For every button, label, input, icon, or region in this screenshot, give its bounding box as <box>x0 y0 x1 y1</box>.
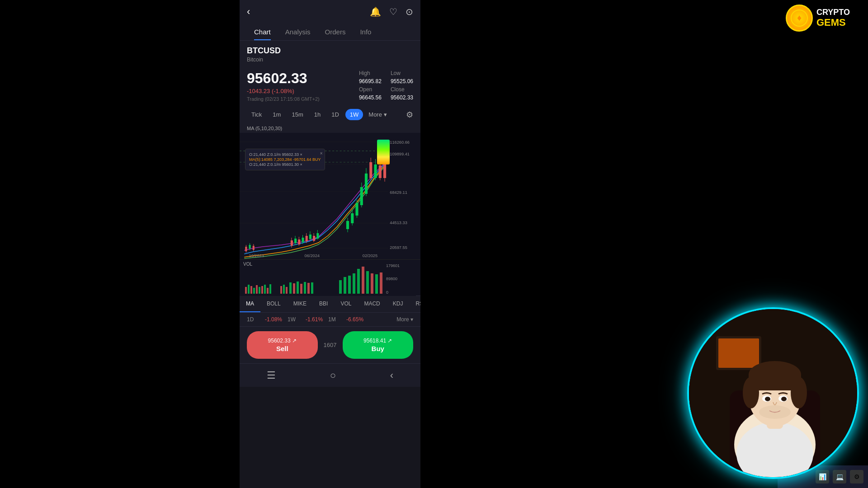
svg-rect-84 <box>371 273 373 294</box>
sell-price: 95602.33 ↗ <box>268 338 297 344</box>
svg-text:116260.66: 116260.66 <box>390 140 410 145</box>
nav-tabs: Chart Analysis Orders Info <box>240 23 420 41</box>
price-change: -1043.23 (-1.08%) <box>247 88 350 94</box>
tooltip-line-2: MA(5):14085 7,203,284 -95701.64 BUY <box>249 157 321 162</box>
sell-label: Sell <box>276 345 288 352</box>
svg-rect-68 <box>283 285 285 294</box>
high-label: High <box>359 70 382 76</box>
svg-rect-81 <box>357 269 360 294</box>
perf-period-1m: 1M <box>328 316 341 323</box>
chart-settings-icon[interactable]: ⚙ <box>406 110 413 120</box>
svg-rect-63 <box>261 286 263 294</box>
favorite-icon[interactable]: ♡ <box>389 6 397 17</box>
share-icon[interactable]: ⊙ <box>406 6 413 17</box>
time-15m[interactable]: 15m <box>287 109 307 120</box>
svg-text:06/2024: 06/2024 <box>305 253 320 258</box>
svg-rect-73 <box>300 284 302 294</box>
svg-rect-18 <box>298 239 300 244</box>
ind-tab-macd[interactable]: MACD <box>358 296 386 312</box>
svg-rect-72 <box>297 282 299 294</box>
perf-value-1m: -6.65% <box>346 316 363 323</box>
svg-text:♦: ♦ <box>797 13 802 23</box>
volume-chart: 179601 89800 0 <box>240 260 416 296</box>
ind-tab-rsi[interactable]: RSI <box>409 296 420 312</box>
svg-rect-58 <box>248 285 250 294</box>
time-1d[interactable]: 1D <box>327 109 344 120</box>
ind-tab-kdj[interactable]: KDJ <box>387 296 410 312</box>
time-1h[interactable]: 1h <box>310 109 325 120</box>
perf-value-1d: -1.08% <box>265 316 282 323</box>
nav-menu-icon[interactable]: ☰ <box>267 370 276 381</box>
ind-tab-vol[interactable]: VOL <box>334 296 358 312</box>
svg-rect-65 <box>267 288 269 294</box>
buy-button[interactable]: 95618.41 ↗ Buy <box>343 331 414 359</box>
tab-analysis[interactable]: Analysis <box>278 23 318 40</box>
svg-point-106 <box>765 397 770 401</box>
svg-text:179601: 179601 <box>386 263 400 268</box>
time-tick[interactable]: Tick <box>247 109 266 120</box>
svg-rect-61 <box>256 285 258 294</box>
svg-rect-79 <box>348 276 351 294</box>
svg-text:68429.11: 68429.11 <box>390 190 407 195</box>
svg-rect-76 <box>311 282 313 294</box>
symbol-description: Bitcoin <box>247 56 413 63</box>
time-more[interactable]: More ▾ <box>365 109 390 120</box>
tooltip-close[interactable]: × <box>320 151 323 156</box>
chart-tooltip: × O:21,440 Z:0.1/m 95602.33 × MA(5):1408… <box>245 149 325 170</box>
sell-button[interactable]: 95602.33 ↗ Sell <box>247 331 318 359</box>
svg-rect-75 <box>307 283 310 294</box>
svg-rect-77 <box>339 280 342 294</box>
logo-emblem: ♦ <box>786 5 813 32</box>
svg-rect-14 <box>291 240 293 246</box>
logo-gem-icon: ♦ <box>790 9 808 27</box>
perf-more[interactable]: More ▾ <box>396 316 413 323</box>
svg-rect-62 <box>259 287 260 294</box>
ma-indicator-label: MA (5,10,20,30) <box>240 124 420 133</box>
svg-point-108 <box>759 405 791 419</box>
spread-value: 1607 <box>322 342 338 348</box>
price-stats: High Low 96695.82 95525.06 Open Close 96… <box>359 70 413 101</box>
symbol-name: BTCUSD <box>247 46 413 56</box>
svg-text:20597.55: 20597.55 <box>390 245 407 250</box>
logo-text: CRYPTO GEMS <box>816 8 850 28</box>
nav-back-icon[interactable]: ‹ <box>390 370 393 381</box>
ind-tab-mike[interactable]: MIKE <box>287 296 313 312</box>
time-1w[interactable]: 1W <box>345 109 363 120</box>
buy-label: Buy <box>372 345 384 352</box>
svg-rect-57 <box>245 287 247 294</box>
svg-rect-69 <box>286 287 288 294</box>
price-area: 95602.33 -1043.23 (-1.08%) Trading (02/2… <box>240 66 420 105</box>
tab-chart[interactable]: Chart <box>247 23 278 40</box>
ind-tab-bbi[interactable]: BBI <box>313 296 334 312</box>
svg-text:44513.33: 44513.33 <box>390 221 407 225</box>
chart-area[interactable]: 116260.66 109899.41 68429.11 44513.33 20… <box>240 133 420 259</box>
tab-orders[interactable]: Orders <box>318 23 353 40</box>
ind-tab-boll[interactable]: BOLL <box>260 296 287 312</box>
tooltip-line-3: O:21,440 Z:0.1/m 95601.30 × <box>249 162 321 167</box>
svg-rect-67 <box>280 286 282 294</box>
time-1m[interactable]: 1m <box>268 109 285 120</box>
back-button[interactable]: ‹ <box>247 6 250 18</box>
low-label: Low <box>391 70 413 76</box>
volume-area: VOL <box>240 259 420 296</box>
logo-crypto-text: CRYPTO <box>816 8 850 17</box>
svg-rect-28 <box>316 233 319 239</box>
close-value: 95602.33 <box>391 94 413 101</box>
perf-period-1d: 1D <box>247 316 259 323</box>
svg-point-102 <box>743 377 759 408</box>
svg-point-103 <box>791 377 807 408</box>
action-bar: 95602.33 ↗ Sell 1607 95618.41 ↗ Buy <box>240 326 420 363</box>
svg-rect-66 <box>269 284 271 294</box>
performance-section: 1D -1.08% 1W -1.61% 1M -6.65% More ▾ <box>240 312 420 326</box>
svg-rect-86 <box>380 272 382 294</box>
notification-icon[interactable]: 🔔 <box>370 6 381 17</box>
crypto-gems-logo: ♦ CRYPTO GEMS <box>786 5 850 32</box>
high-value: 96695.82 <box>359 78 382 84</box>
tab-info[interactable]: Info <box>353 23 378 40</box>
svg-rect-24 <box>309 235 311 239</box>
price-left: 95602.33 -1043.23 (-1.08%) Trading (02/2… <box>247 70 350 102</box>
nav-home-icon[interactable]: ○ <box>330 370 336 381</box>
ind-tab-ma[interactable]: MA <box>240 296 260 312</box>
close-label: Close <box>391 86 413 93</box>
level-badge <box>377 140 390 164</box>
